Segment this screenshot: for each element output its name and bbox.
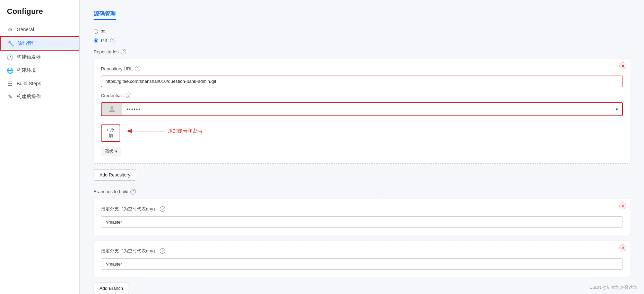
credentials-label-text: Credentials — [101, 93, 124, 98]
sidebar-item-post-build[interactable]: ✎ 构建后操作 — [0, 90, 79, 103]
add-credentials-button[interactable]: + 添加 — [101, 124, 120, 142]
credentials-select[interactable]: •••••• ▾ — [101, 102, 623, 116]
gear-icon: ⚙ — [7, 26, 13, 33]
branch-specifier-2-text: 指定分支（为空时代表any） — [101, 248, 158, 254]
credentials-chevron-icon[interactable]: ▾ — [611, 104, 622, 115]
branch-specifier-2-input[interactable] — [101, 258, 623, 270]
sidebar-item-source-mgmt[interactable]: 🔧 源码管理 — [0, 36, 79, 51]
repo-url-label: Repository URL ? — [101, 66, 623, 71]
credentials-help-icon[interactable]: ? — [126, 93, 131, 98]
repo-url-input[interactable] — [101, 76, 623, 87]
radio-none-input[interactable] — [94, 29, 98, 34]
svg-point-0 — [111, 106, 113, 109]
repositories-section-label: Repositories ? — [94, 49, 630, 54]
sidebar-label-post-build: 构建后操作 — [17, 94, 41, 100]
radio-git-label: Git — [101, 38, 107, 43]
main-content: 源码管理 元 Git ? Repositories ? ✕ Repository… — [80, 0, 644, 294]
branch-box-2: ✕ 指定分支（为空时代表any） ? — [94, 241, 630, 277]
sidebar-label-source-mgmt: 源码管理 — [17, 40, 37, 46]
credentials-avatar — [102, 103, 122, 115]
sidebar-item-general[interactable]: ⚙ General — [0, 23, 79, 36]
page-title: 源码管理 — [94, 10, 116, 20]
remove-branch-2-button[interactable]: ✕ — [619, 244, 626, 251]
remove-branch-1-button[interactable]: ✕ — [619, 202, 626, 209]
pencil-icon: ✎ — [7, 94, 13, 100]
sidebar-item-build-steps[interactable]: ☰ Build Steps — [0, 77, 79, 90]
advanced-chevron-icon: ▾ — [115, 149, 118, 154]
repositories-label-text: Repositories — [94, 49, 119, 54]
advanced-button[interactable]: 高级 ▾ — [101, 147, 121, 156]
radio-none-label: 元 — [101, 28, 106, 34]
credentials-dots: •••••• — [122, 104, 611, 115]
branch-specifier-2-label: 指定分支（为空时代表any） ? — [101, 248, 623, 254]
sidebar-title: Configure — [0, 7, 79, 23]
radio-git-option[interactable]: Git ? — [94, 38, 630, 43]
sidebar: Configure ⚙ General 🔧 源码管理 🕐 构建触发器 🌐 构建环… — [0, 0, 80, 294]
code-icon: 🔧 — [8, 40, 14, 46]
git-help-icon[interactable]: ? — [110, 38, 115, 43]
branch-specifier-2-help-icon[interactable]: ? — [160, 248, 165, 254]
credit-text: CSDN @新津之虎-晋达华 — [589, 285, 637, 291]
add-branch-label: Add Branch — [99, 286, 123, 291]
sidebar-label-build-steps: Build Steps — [17, 81, 41, 86]
branch-box-1: ✕ 指定分支（为空时代表any） ? — [94, 199, 630, 235]
branch-specifier-1-text: 指定分支（为空时代表any） — [101, 206, 158, 212]
sidebar-label-general: General — [17, 27, 34, 32]
branch-specifier-1-input[interactable] — [101, 216, 623, 228]
radio-git-input[interactable] — [94, 38, 98, 43]
annotation-arrow — [123, 124, 168, 138]
sidebar-label-build-trigger: 构建触发器 — [17, 54, 41, 60]
credentials-label: Credentials ? — [101, 93, 623, 98]
repository-url-box: ✕ Repository URL ? Credentials ? •••••• … — [94, 59, 630, 164]
branches-label-text: Branches to build — [94, 189, 128, 194]
add-branch-button[interactable]: Add Branch — [94, 283, 129, 294]
globe-icon: 🌐 — [7, 67, 13, 74]
repo-url-label-text: Repository URL — [101, 66, 133, 71]
branch-specifier-1-label: 指定分支（为空时代表any） ? — [101, 206, 623, 212]
repositories-help-icon[interactable]: ? — [121, 49, 126, 54]
sidebar-label-build-env: 构建环境 — [17, 67, 36, 74]
branches-help-icon[interactable]: ? — [130, 189, 136, 194]
repo-url-help-icon[interactable]: ? — [135, 66, 140, 71]
sidebar-item-build-env[interactable]: 🌐 构建环境 — [0, 64, 79, 77]
radio-group: 元 Git ? — [94, 28, 630, 43]
branch-specifier-1-help-icon[interactable]: ? — [160, 206, 165, 212]
sidebar-item-build-trigger[interactable]: 🕐 构建触发器 — [0, 51, 79, 64]
add-repository-label: Add Repository — [99, 172, 130, 178]
list-icon: ☰ — [7, 80, 13, 87]
remove-repo-button[interactable]: ✕ — [619, 62, 626, 69]
advanced-label: 高级 — [105, 148, 114, 155]
radio-none-option[interactable]: 元 — [94, 28, 630, 34]
branches-section-label: Branches to build ? — [94, 189, 630, 194]
clock-icon: 🕐 — [7, 54, 13, 60]
annotation-text: 添加账号和密码 — [168, 128, 202, 134]
add-repository-button[interactable]: Add Repository — [94, 169, 136, 181]
